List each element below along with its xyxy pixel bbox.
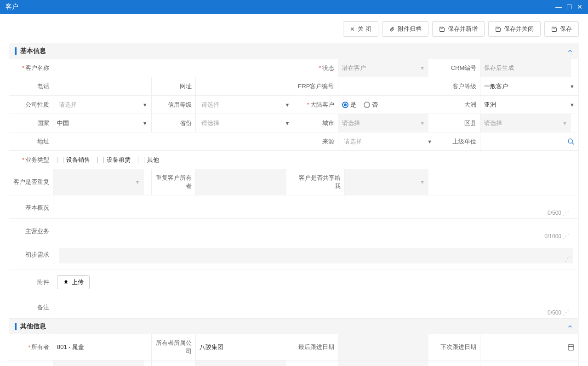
chevron-up-icon: [567, 323, 573, 330]
field-last-deal-time: 最近成交时间: [294, 360, 437, 366]
website-input[interactable]: [200, 81, 290, 92]
svg-point-3: [568, 139, 572, 143]
main-business-input[interactable]: [57, 223, 575, 236]
section-header-basic[interactable]: 基本信息: [9, 43, 579, 59]
field-address: 地址: [9, 132, 294, 151]
initial-demand-input: ⋰: [59, 248, 573, 263]
is-duplicate-select: ▼: [53, 169, 144, 195]
field-source: 来源 请选择 ▼: [294, 132, 437, 151]
field-district: 区县 请选择 ▼: [436, 114, 579, 132]
close-icon: ✕: [350, 26, 355, 33]
field-attachment: 附件 上传: [9, 269, 579, 295]
window-controls: — ☐ ✕: [555, 3, 582, 11]
section-title-other: 其他信息: [20, 322, 46, 331]
first-opp-date-display: [53, 360, 144, 366]
mainland-no-radio[interactable]: 否: [364, 101, 378, 109]
content-area: 基本信息 *客户名称 *状态 潜在客户 ▼: [0, 43, 588, 366]
char-counter: 0/500 ⋰: [548, 309, 569, 316]
chevron-down-icon: ▼: [420, 120, 425, 126]
field-customer-name: *客户名称: [9, 59, 294, 77]
upload-icon: [63, 279, 69, 285]
field-country: 国家 中国 ▼: [9, 114, 152, 132]
save-close-button[interactable]: 保存并关闭: [488, 21, 541, 37]
archive-button[interactable]: 附件归档: [382, 21, 428, 37]
field-shared-to-me: 客户是否共享给我 ▼: [294, 169, 437, 195]
customer-name-input[interactable]: [57, 63, 290, 73]
field-crm-no: CRM编号 保存后生成: [436, 59, 579, 77]
char-counter: 0/500 ⋰: [548, 209, 569, 217]
toolbar: ✕ 关 闭 附件归档 保存并新增 保存并关闭 保存: [0, 14, 588, 43]
next-follow-input[interactable]: [484, 342, 575, 353]
last-deal-time-display: [338, 360, 429, 366]
section-indicator: [15, 47, 17, 55]
duplicate-owner-display: [196, 169, 286, 195]
save-icon: [495, 26, 501, 32]
calendar-icon[interactable]: [567, 343, 575, 351]
field-duplicate-owner: 重复客户所有者: [152, 169, 294, 195]
close-window-icon[interactable]: ✕: [577, 3, 582, 11]
checkbox-equipment-sales[interactable]: 设备销售: [57, 156, 90, 164]
section-other-info: 其他信息 *所有者 801 - 晁盖 所有者所属公司 八骏集团 最后跟进日期: [9, 319, 579, 366]
source-select[interactable]: 请选择: [342, 136, 433, 148]
parent-unit-input[interactable]: [484, 136, 575, 147]
upload-button[interactable]: 上传: [57, 275, 90, 289]
save-new-button[interactable]: 保存并新增: [432, 21, 485, 37]
svg-rect-1: [497, 27, 499, 28]
address-input[interactable]: [57, 136, 290, 147]
last-follow-display: [338, 334, 429, 360]
svg-line-4: [572, 143, 574, 144]
section-header-other[interactable]: 其他信息: [9, 319, 579, 334]
resize-handle-icon: ⋰: [565, 255, 571, 263]
field-status: *状态 潜在客户 ▼: [294, 59, 437, 77]
crm-no-display: 保存后生成: [480, 59, 571, 77]
remarks-input[interactable]: [57, 299, 575, 313]
maximize-icon[interactable]: ☐: [566, 3, 572, 11]
chevron-down-icon: ▼: [143, 120, 148, 126]
save-button[interactable]: 保存: [544, 21, 579, 37]
status-select: 潜在客户 ▼: [338, 59, 429, 77]
field-erp-no: ERP客户编号: [294, 77, 437, 96]
field-empty: [436, 169, 579, 195]
mainland-yes-radio[interactable]: 是: [342, 101, 356, 109]
field-parent-unit: 上级单位: [436, 132, 579, 151]
svg-rect-2: [553, 27, 555, 28]
field-owner: *所有者 801 - 晁盖: [9, 334, 152, 360]
paperclip-icon: [389, 26, 395, 32]
owner-company-input[interactable]: 八骏集团: [200, 343, 223, 351]
svg-rect-5: [568, 345, 574, 350]
minimize-icon[interactable]: —: [555, 3, 562, 11]
field-mainland: *大陆客户 是 否: [294, 96, 437, 114]
field-province: 省份 请选择 ▼: [152, 114, 294, 132]
field-basic-situation: 基本概况 0/500 ⋰: [9, 195, 579, 219]
char-counter: 0/1000 ⋰: [544, 233, 569, 240]
continent-select[interactable]: 亚洲: [484, 101, 496, 109]
search-icon[interactable]: [567, 138, 575, 145]
credit-rating-select[interactable]: 请选择: [200, 99, 290, 111]
province-select[interactable]: 请选择: [200, 117, 290, 129]
field-website: 网址: [152, 77, 294, 96]
chevron-down-icon: ▼: [135, 179, 140, 185]
field-creator: *创建人 801 - 晁盖: [436, 360, 579, 366]
customer-level-select[interactable]: 一般客户: [484, 82, 508, 91]
phone-input[interactable]: [57, 81, 148, 92]
owner-input[interactable]: 801 - 晁盖: [57, 343, 84, 351]
save-icon: [439, 26, 445, 32]
checkbox-other[interactable]: 其他: [138, 156, 159, 164]
company-nature-select[interactable]: 请选择: [57, 99, 148, 111]
country-select[interactable]: 中国: [57, 119, 69, 127]
erp-no-input[interactable]: [342, 81, 433, 92]
svg-rect-0: [441, 27, 443, 28]
save-icon: [551, 26, 557, 32]
checkbox-equipment-rental[interactable]: 设备租赁: [97, 156, 131, 164]
field-owner-company: 所有者所属公司 八骏集团: [152, 334, 294, 360]
field-first-opp-name: 首次建商机名称: [152, 360, 294, 366]
chevron-down-icon: ▼: [420, 65, 425, 71]
field-continent: 大洲 亚洲 ▼: [436, 96, 579, 114]
resize-handle-icon[interactable]: ⋰: [563, 233, 569, 240]
basic-situation-input[interactable]: [57, 199, 575, 213]
field-company-nature: 公司性质 请选择 ▼: [9, 96, 152, 114]
close-button[interactable]: ✕ 关 闭: [343, 21, 378, 37]
window-title: 客户: [6, 3, 18, 11]
resize-handle-icon[interactable]: ⋰: [563, 309, 569, 316]
resize-handle-icon[interactable]: ⋰: [563, 209, 569, 217]
